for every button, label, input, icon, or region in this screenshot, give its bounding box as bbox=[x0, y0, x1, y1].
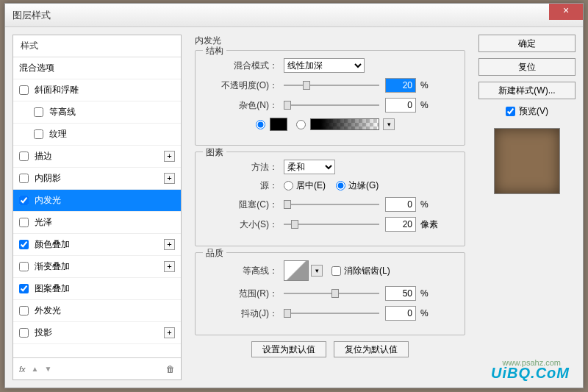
watermark: UiBQ.CoM bbox=[491, 365, 570, 382]
style-item-label: 颜色叠加 bbox=[35, 238, 70, 251]
jitter-label: 抖动(J)： bbox=[204, 307, 278, 320]
style-item[interactable]: 渐变叠加+ bbox=[13, 256, 181, 278]
size-input[interactable] bbox=[385, 217, 416, 232]
right-panel: 确定 复位 新建样式(W)... 预览(V) bbox=[478, 35, 576, 380]
new-style-button[interactable]: 新建样式(W)... bbox=[478, 82, 576, 99]
style-item-label: 斜面和浮雕 bbox=[35, 84, 79, 96]
elements-group: 图素 方法： 柔和 源： 居中(E) 边缘(G) 阻塞(C)： % bbox=[195, 152, 465, 246]
range-input[interactable] bbox=[385, 286, 416, 301]
opacity-label: 不透明度(O)： bbox=[204, 79, 278, 92]
sidebar-footer: fx ▲ ▼ 🗑 bbox=[13, 357, 181, 379]
style-checkbox[interactable] bbox=[19, 328, 29, 338]
sidebar-header: 样式 bbox=[13, 35, 181, 57]
close-button[interactable]: × bbox=[549, 4, 583, 20]
gradient-picker[interactable] bbox=[310, 118, 379, 130]
reset-button[interactable]: 复位 bbox=[478, 58, 576, 76]
style-item-label: 光泽 bbox=[35, 216, 52, 229]
quality-title: 品质 bbox=[203, 247, 226, 260]
down-arrow-icon[interactable]: ▼ bbox=[44, 365, 51, 373]
add-effect-icon[interactable]: + bbox=[164, 151, 175, 162]
source-center-radio[interactable] bbox=[284, 181, 293, 190]
contour-dropdown-icon[interactable]: ▾ bbox=[311, 265, 323, 277]
reset-default-button[interactable]: 复位为默认值 bbox=[334, 341, 409, 357]
make-default-button[interactable]: 设置为默认值 bbox=[251, 341, 326, 357]
technique-label: 方法： bbox=[204, 161, 278, 174]
dialog-body: 样式 混合选项斜面和浮雕等高线纹理描边+内阴影+内发光光泽颜色叠加+渐变叠加+图… bbox=[5, 27, 583, 388]
range-unit: % bbox=[420, 288, 429, 299]
choke-unit: % bbox=[420, 199, 429, 210]
range-label: 范围(R)： bbox=[204, 288, 278, 300]
style-item-label: 纹理 bbox=[49, 128, 67, 140]
jitter-input[interactable] bbox=[385, 306, 416, 321]
layer-style-dialog: 图层样式 × 样式 混合选项斜面和浮雕等高线纹理描边+内阴影+内发光光泽颜色叠加… bbox=[4, 3, 584, 388]
size-slider[interactable] bbox=[284, 218, 379, 230]
style-item[interactable]: 光泽 bbox=[13, 212, 181, 234]
style-checkbox[interactable] bbox=[19, 174, 29, 183]
style-item[interactable]: 斜面和浮雕 bbox=[13, 79, 181, 101]
opacity-unit: % bbox=[420, 80, 429, 90]
noise-slider[interactable] bbox=[284, 99, 379, 111]
opacity-slider[interactable] bbox=[284, 79, 379, 91]
trash-icon[interactable]: 🗑 bbox=[166, 364, 175, 374]
style-item[interactable]: 颜色叠加+ bbox=[13, 234, 181, 256]
style-item-label: 投影 bbox=[35, 327, 52, 339]
blend-mode-label: 混合模式： bbox=[204, 60, 278, 72]
style-checkbox[interactable] bbox=[19, 306, 29, 316]
titlebar[interactable]: 图层样式 × bbox=[5, 4, 583, 27]
add-effect-icon[interactable]: + bbox=[164, 261, 175, 272]
source-edge-radio[interactable] bbox=[336, 181, 345, 190]
blend-mode-select[interactable]: 线性加深 bbox=[284, 58, 365, 73]
fx-icon[interactable]: fx bbox=[19, 365, 26, 374]
preview-label: 预览(V) bbox=[519, 105, 548, 118]
style-item-label: 图案叠加 bbox=[35, 282, 70, 295]
style-checkbox[interactable] bbox=[19, 262, 29, 271]
style-checkbox[interactable] bbox=[34, 129, 43, 139]
up-arrow-icon[interactable]: ▲ bbox=[32, 365, 39, 373]
technique-select[interactable]: 柔和 bbox=[284, 160, 335, 174]
style-item[interactable]: 等高线 bbox=[13, 101, 181, 124]
style-item[interactable]: 外发光 bbox=[13, 300, 181, 322]
style-item[interactable]: 内阴影+ bbox=[13, 168, 181, 190]
source-label: 源： bbox=[204, 179, 278, 192]
style-checkbox[interactable] bbox=[19, 240, 29, 249]
jitter-slider[interactable] bbox=[284, 307, 379, 319]
add-effect-icon[interactable]: + bbox=[164, 239, 175, 250]
style-item[interactable]: 图案叠加 bbox=[13, 278, 181, 300]
style-checkbox[interactable] bbox=[19, 85, 29, 95]
style-item-label: 内阴影 bbox=[35, 172, 61, 185]
style-item[interactable]: 混合选项 bbox=[13, 57, 181, 79]
structure-group: 结构 混合模式： 线性加深 不透明度(O)： % 杂色(N)： % bbox=[195, 50, 465, 146]
jitter-unit: % bbox=[420, 308, 429, 318]
style-checkbox[interactable] bbox=[19, 152, 29, 161]
gradient-radio[interactable] bbox=[296, 120, 306, 129]
style-checkbox[interactable] bbox=[19, 218, 29, 227]
style-item[interactable]: 内发光 bbox=[13, 190, 181, 212]
add-effect-icon[interactable]: + bbox=[164, 327, 175, 338]
choke-input[interactable] bbox=[385, 197, 416, 212]
gradient-dropdown-icon[interactable]: ▾ bbox=[383, 118, 395, 130]
style-item[interactable]: 投影+ bbox=[13, 322, 181, 344]
style-checkbox[interactable] bbox=[19, 284, 29, 293]
noise-input[interactable] bbox=[385, 98, 416, 113]
solid-color-radio[interactable] bbox=[256, 120, 265, 129]
antialias-label: 消除锯齿(L) bbox=[344, 265, 390, 277]
style-item[interactable]: 描边+ bbox=[13, 146, 181, 168]
style-item[interactable]: 纹理 bbox=[13, 124, 181, 146]
antialias-checkbox[interactable] bbox=[331, 266, 341, 276]
elements-title: 图素 bbox=[203, 146, 226, 159]
noise-unit: % bbox=[420, 100, 429, 110]
color-swatch[interactable] bbox=[270, 118, 287, 131]
center-panel: 内发光 结构 混合模式： 线性加深 不透明度(O)： % 杂色(N)： bbox=[189, 35, 471, 380]
style-item-label: 内发光 bbox=[35, 194, 61, 207]
choke-slider[interactable] bbox=[284, 199, 379, 210]
style-checkbox[interactable] bbox=[34, 107, 43, 117]
preview-checkbox[interactable] bbox=[506, 107, 515, 116]
opacity-input[interactable] bbox=[385, 78, 416, 93]
contour-picker[interactable] bbox=[284, 260, 309, 281]
style-checkbox[interactable] bbox=[19, 196, 29, 205]
add-effect-icon[interactable]: + bbox=[164, 173, 175, 184]
style-item-label: 渐变叠加 bbox=[35, 260, 70, 273]
range-slider[interactable] bbox=[284, 288, 379, 299]
source-center-label: 居中(E) bbox=[296, 179, 326, 192]
ok-button[interactable]: 确定 bbox=[478, 35, 576, 52]
